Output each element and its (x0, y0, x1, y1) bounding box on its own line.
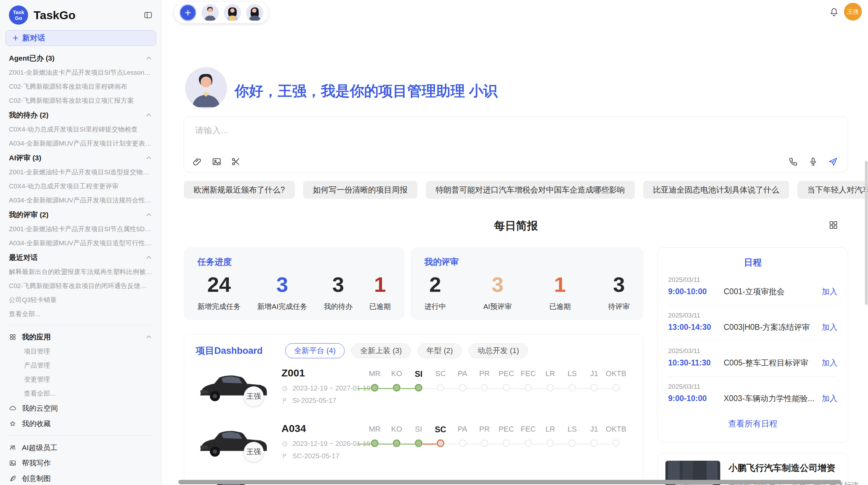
flag-text: SI-2025-05-17 (292, 397, 336, 405)
sidebar-task-item[interactable]: A034-全新新能源MUV产品开发项目法规符合性评审 (9, 193, 153, 207)
sidebar-recent-item[interactable]: 解释最新出台的欧盟报废车法规再生塑料比例被调至15%... (9, 265, 153, 279)
milestone-label-SI: SI (408, 425, 430, 434)
schedule-entry[interactable]: 2025/03/119:00-10:00X003-车辆动力学性能验...加入 (668, 377, 837, 412)
stat-value: 1 (374, 272, 386, 297)
sidebar-recent-header[interactable]: 最近对话 (9, 250, 153, 265)
chat-input[interactable] (194, 125, 709, 136)
sidebar-tool-AI超级员工[interactable]: AI超级员工 (9, 440, 153, 455)
send-icon[interactable] (828, 157, 838, 167)
section-title: 我的应用 (22, 332, 51, 342)
view-all-schedule-link[interactable]: 查看所有日程 (658, 418, 848, 429)
suggestion-chip[interactable]: 比亚迪全固态电池计划具体说了什么 (643, 181, 789, 199)
phone-icon[interactable] (788, 157, 798, 167)
sidebar-section-header[interactable]: AI评审 (3) (9, 150, 153, 165)
sidebar-apps-view-all[interactable]: 查看全部... (9, 386, 153, 400)
sidebar-task-item[interactable]: Z001-全新燃油皮卡产品开发项目SI节点Lesson Learn报告 (9, 65, 153, 79)
brief-layout-icon[interactable] (828, 220, 839, 230)
stat-value: 2 (429, 272, 441, 297)
dashboard-tab[interactable]: 全新平台 (4) (285, 343, 345, 358)
milestone-label-PEC: PEC (495, 369, 517, 379)
join-meeting-link[interactable]: 加入 (822, 358, 837, 368)
dashboard-title: 项目Dashboard (196, 345, 263, 357)
schedule-entry[interactable]: 2025/03/1110:30-11:30C005-整车工程目标评审加入 (668, 341, 837, 377)
dashboard-tab[interactable]: 动总开发 (1) (469, 343, 528, 358)
sidebar-task-item[interactable]: C0X4-动力总成开发项目工程变更评审 (9, 179, 153, 193)
milestone-label-PA: PA (451, 425, 473, 434)
user-avatar[interactable]: 王强 (844, 3, 862, 21)
sidebar-task-item[interactable]: C02-飞腾新能源轻客改款项目立项汇报方案 (9, 94, 153, 108)
collapse-sidebar-icon[interactable] (144, 11, 153, 20)
join-meeting-link[interactable]: 加入 (822, 322, 837, 333)
vertical-scrollbar[interactable] (865, 161, 868, 305)
schedule-entry[interactable]: 2025/03/1113:00-14:30C003|H0B-方案冻结评审加入 (668, 306, 837, 341)
sidebar-link-我的云空间[interactable]: 我的云空间 (9, 400, 153, 416)
milestone-label-LS: LS (561, 369, 583, 379)
sidebar-tool-label: 帮我写作 (22, 458, 51, 468)
project-row[interactable]: Z0012023-12-19 ~ 2027-01-19SI-2025-05-17… (184, 364, 643, 420)
image-upload-icon[interactable] (212, 157, 222, 167)
chevron-up-icon[interactable] (145, 333, 153, 341)
stat-label: 已逾期 (549, 302, 571, 311)
project-row[interactable]: A0342023-12-19 ~ 2026-01-19SC-2025-05-17… (184, 420, 643, 475)
stat-item: 3AI预评审 (483, 272, 512, 311)
sidebar-section-header[interactable]: Agent已办 (3) (9, 51, 153, 65)
scissors-icon[interactable] (231, 157, 241, 167)
chevron-up-icon[interactable] (145, 211, 153, 219)
card-title: 任务进度 (197, 256, 391, 268)
milestone-dot-PA (459, 384, 466, 391)
chevron-up-icon[interactable] (145, 154, 153, 162)
sidebar-task-item[interactable]: A034-全新新能源MUV产品开发项目造型可行性评审 (9, 236, 153, 250)
microphone-icon[interactable] (808, 157, 818, 167)
card-title: 我的评审 (424, 256, 630, 268)
agent-avatar[interactable] (224, 4, 241, 21)
sidebar-recent-view-all[interactable]: 查看全部... (9, 307, 153, 321)
sidebar-app-item[interactable]: 变更管理 (9, 372, 153, 386)
sidebar-recent-item[interactable]: C02-飞腾新能源轻客改款项目的闭环通告反馈情况 (9, 279, 153, 293)
milestone-label-MR: MR (364, 425, 386, 434)
sidebar-recent-item[interactable]: 公司Q3轻卡销量 (9, 293, 153, 307)
sidebar-task-item[interactable]: Z001-全新燃油轻卡产品开发项目SI节点属性5D文件评审 (9, 222, 153, 236)
join-meeting-link[interactable]: 加入 (822, 393, 837, 404)
sidebar-section-header[interactable]: 我的评审 (2) (9, 207, 153, 222)
sidebar-apps-header[interactable]: 我的应用 (9, 329, 153, 344)
sidebar-task-item[interactable]: C02-飞腾新能源轻客改款项目里程碑画布 (9, 79, 153, 94)
dashboard-tab[interactable]: 全新上装 (3) (351, 343, 411, 358)
schedule-entry[interactable]: 2025/03/119:00-10:00C001-立项审批会加入 (668, 270, 837, 306)
sidebar-task-item[interactable]: Z001-全新燃油轻卡产品开发项目SI造型提交物评审 (9, 165, 153, 179)
sidebar-task-item[interactable]: C0X4-动力总成开发项目SI里程碑提交物检查 (9, 122, 153, 136)
chevron-up-icon[interactable] (145, 111, 153, 119)
add-agent-button[interactable]: + (179, 4, 196, 21)
sidebar-app-item[interactable]: 项目管理 (9, 344, 153, 358)
new-chat-label: 新对话 (22, 33, 45, 43)
suggestion-chip[interactable]: 欧洲新规最近颁布了什么? (184, 181, 295, 199)
suggestion-chip[interactable]: 如何写一份清晰的项目周报 (303, 181, 418, 199)
sidebar-tool-创意制图[interactable]: 创意制图 (9, 471, 153, 485)
agent-avatar[interactable] (202, 4, 219, 21)
join-meeting-link[interactable]: 加入 (822, 286, 837, 297)
milestone-line (576, 388, 590, 389)
sidebar-app-item[interactable]: 产品管理 (9, 358, 153, 372)
sidebar-section-header[interactable]: 我的待办 (2) (9, 108, 153, 122)
dashboard-projects: Z0012023-12-19 ~ 2027-01-19SI-2025-05-17… (184, 364, 643, 475)
agent-avatar[interactable] (246, 4, 263, 21)
milestone-line (357, 388, 371, 389)
horizontal-scrollbar[interactable] (178, 480, 841, 484)
chevron-up-icon[interactable] (145, 54, 153, 62)
milestone-labels: MRKOSISCPAPRPECFECLRLSJ1OKTB (364, 369, 631, 379)
dashboard-tab[interactable]: 年型 (2) (418, 343, 462, 358)
paperclip-icon[interactable] (192, 157, 203, 167)
suggestion-chip[interactable]: 当下年轻人对汽车外观有怎样的喜好趋势 (797, 181, 868, 199)
milestone-line (488, 388, 503, 389)
schedule-time: 9:00-10:00 (668, 394, 724, 403)
schedule-title-text: C001-立项审批会 (724, 286, 822, 297)
milestone-label-SI: SI (408, 369, 430, 379)
new-chat-button[interactable]: + 新对话 (5, 30, 156, 46)
suggestion-chip[interactable]: 特朗普可能对进口汽车增税会对中国车企造成哪些影响 (426, 181, 635, 199)
notification-bell-icon[interactable] (829, 7, 839, 17)
milestone-label-FEC: FEC (517, 425, 539, 434)
sidebar-link-我的收藏[interactable]: 我的收藏 (9, 416, 153, 431)
chevron-up-icon[interactable] (145, 254, 153, 261)
sidebar-tool-帮我写作[interactable]: 帮我写作 (9, 455, 153, 471)
schedule-date: 2025/03/11 (668, 347, 837, 355)
sidebar-task-item[interactable]: A034-全新新能源MUV产品开发项目计划变更表编写 (9, 136, 153, 150)
